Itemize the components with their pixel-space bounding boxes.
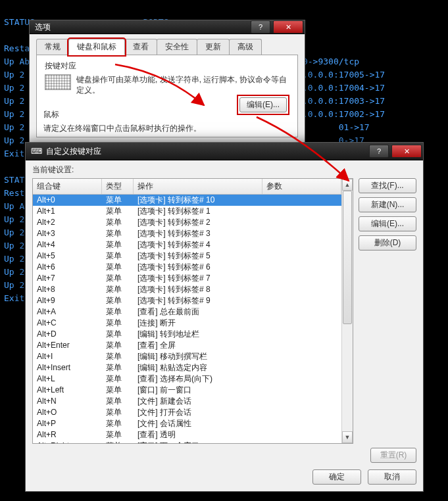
cell-key: Alt+1 [33,206,102,217]
scroll-up-icon[interactable]: ▲ [342,179,353,191]
table-row[interactable]: Alt+Right菜单[窗口] 下一个窗口 [33,441,341,443]
cell-key: Alt+I [33,351,102,362]
tab-update[interactable]: 更新 [197,39,230,55]
cell-type: 菜单 [102,251,134,262]
cell-param [262,351,341,362]
cell-type: 菜单 [102,273,134,284]
cell-key: Alt+4 [33,239,102,251]
close-button[interactable]: ✕ [391,145,422,158]
table-row[interactable]: Alt+N菜单[文件] 新建会话 [33,396,341,407]
cell-key: Alt+L [33,373,102,385]
tab-keyboard-mouse[interactable]: 键盘和鼠标 [68,39,125,55]
cell-type: 菜单 [102,396,134,407]
cell-action: [编辑] 移动到撰写栏 [134,351,262,362]
new-button[interactable]: 新建(N)... [359,197,416,212]
scrollbar[interactable]: ▲ ▼ [341,179,353,443]
edit-button[interactable]: 编辑(E)... [359,216,416,231]
mouse-section-label: 鼠标 [43,109,291,120]
table-row[interactable]: Alt+0菜单[选项卡] 转到标签# 10 [33,195,341,206]
current-keys-label: 当前键设置: [32,164,416,176]
cell-action: [编辑] 转到地址栏 [134,329,262,340]
table-row[interactable]: Alt+7菜单[选项卡] 转到标签# 7 [33,273,341,284]
cell-param [262,262,341,273]
cell-key: Alt+8 [33,284,102,295]
find-button[interactable]: 查找(F)... [359,178,416,193]
scroll-track[interactable] [342,191,353,431]
cell-key: Alt+Right [33,441,102,443]
cancel-button[interactable]: 取消 [368,469,416,485]
options-title: 选项 [35,22,249,33]
col-param[interactable]: 参数 [262,179,341,194]
table-row[interactable]: Alt+P菜单[文件] 会话属性 [33,418,341,429]
keymap-titlebar[interactable]: ⌨ 自定义按键对应 ? ✕ [26,143,423,160]
help-button[interactable]: ? [369,145,389,158]
cell-param [262,295,341,306]
options-dialog: 选项 ? ✕ 常规 键盘和鼠标 查看 安全性 更新 高级 按键对应 键盘操作可由… [29,20,305,143]
tab-security[interactable]: 安全性 [157,39,197,55]
table-row[interactable]: Alt+4菜单[选项卡] 转到标签# 4 [33,239,341,251]
tab-pane: 按键对应 键盘操作可由菜单功能, 发送字符串, 运行脚本, 协议命令等自定义。 … [36,55,298,137]
keyboard-icon [45,74,71,90]
cell-type: 菜单 [102,306,134,318]
table-row[interactable]: Alt+1菜单[选项卡] 转到标签# 1 [33,206,341,217]
table-row[interactable]: Alt+5菜单[选项卡] 转到标签# 5 [33,251,341,262]
options-titlebar[interactable]: 选项 ? ✕ [30,20,305,34]
cell-action: [文件] 新建会话 [134,396,262,407]
scroll-down-icon[interactable]: ▼ [342,431,353,443]
cell-param [262,306,341,318]
cell-param [262,318,341,329]
table-row[interactable]: Alt+Insert菜单[编辑] 粘贴选定内容 [33,362,341,373]
cell-type: 菜单 [102,318,134,329]
table-row[interactable]: Alt+Enter菜单[查看] 全屏 [33,340,341,351]
tab-advanced[interactable]: 高级 [229,39,262,55]
mouse-description: 请定义在终端窗口中点击鼠标时执行的操作。 [43,123,291,134]
table-row[interactable]: Alt+8菜单[选项卡] 转到标签# 8 [33,284,341,295]
cell-action: [选项卡] 转到标签# 2 [134,217,262,228]
cell-action: [选项卡] 转到标签# 7 [134,273,262,284]
delete-button[interactable]: 删除(D) [359,235,416,251]
col-action[interactable]: 操作 [134,179,262,194]
cell-action: [选项卡] 转到标签# 3 [134,228,262,239]
table-row[interactable]: Alt+D菜单[编辑] 转到地址栏 [33,329,341,340]
ok-button[interactable]: 确定 [312,469,361,485]
col-key[interactable]: 组合键 [33,179,102,194]
keymap-dialog: ⌨ 自定义按键对应 ? ✕ 当前键设置: 组合键 类型 操作 参数 Alt+0菜… [25,142,424,492]
table-row[interactable]: Alt+9菜单[选项卡] 转到标签# 9 [33,295,341,306]
help-button[interactable]: ? [251,20,270,34]
cell-action: [查看] 总在最前面 [134,306,262,318]
cell-param [262,239,341,251]
table-row[interactable]: Alt+A菜单[查看] 总在最前面 [33,306,341,318]
table-row[interactable]: Alt+O菜单[文件] 打开会话 [33,407,341,418]
col-type[interactable]: 类型 [102,179,134,194]
scroll-thumb[interactable] [343,191,352,324]
table-row[interactable]: Alt+Left菜单[窗口] 前一窗口 [33,385,341,396]
table-row[interactable]: Alt+R菜单[查看] 透明 [33,429,341,441]
reset-button[interactable]: 重置(R) [370,448,416,463]
cell-action: [查看] 选择布局(向下) [134,373,262,385]
tab-view[interactable]: 查看 [124,39,157,55]
table-row[interactable]: Alt+3菜单[选项卡] 转到标签# 3 [33,228,341,239]
tab-general[interactable]: 常规 [36,39,69,55]
cell-type: 菜单 [102,239,134,251]
cell-action: [查看] 透明 [134,429,262,441]
cell-action: [连接] 断开 [134,318,262,329]
cell-action: [选项卡] 转到标签# 9 [134,295,262,306]
options-tabstrip: 常规 键盘和鼠标 查看 安全性 更新 高级 [36,39,298,55]
table-row[interactable]: Alt+I菜单[编辑] 移动到撰写栏 [33,351,341,362]
cell-param [262,228,341,239]
table-row[interactable]: Alt+C菜单[连接] 断开 [33,318,341,329]
cell-key: Alt+Insert [33,362,102,373]
cell-key: Alt+Left [33,385,102,396]
table-row[interactable]: Alt+L菜单[查看] 选择布局(向下) [33,373,341,385]
cell-key: Alt+A [33,306,102,318]
list-header[interactable]: 组合键 类型 操作 参数 [33,179,341,195]
cell-action: [选项卡] 转到标签# 10 [134,195,262,206]
cell-type: 菜单 [102,284,134,295]
table-row[interactable]: Alt+6菜单[选项卡] 转到标签# 6 [33,262,341,273]
keymap-list[interactable]: 组合键 类型 操作 参数 Alt+0菜单[选项卡] 转到标签# 10Alt+1菜… [32,178,353,444]
cell-type: 菜单 [102,362,134,373]
table-row[interactable]: Alt+2菜单[选项卡] 转到标签# 2 [33,217,341,228]
keymap-title: 自定义按键对应 [46,146,368,157]
cell-param [262,418,341,429]
close-button[interactable]: ✕ [273,20,303,34]
